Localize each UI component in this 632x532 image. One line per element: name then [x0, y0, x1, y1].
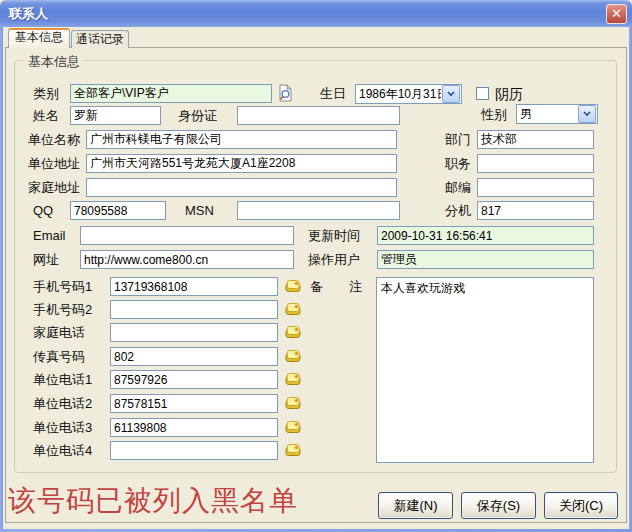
- window-border-left: [0, 27, 3, 529]
- email-label: Email: [33, 226, 66, 245]
- close-icon[interactable]: ✕: [606, 4, 627, 24]
- mobile2-label: 手机号码2: [33, 300, 92, 319]
- mobile1-label: 手机号码1: [33, 277, 92, 296]
- contact-dialog: 联系人 ✕ 基本信息 通话记录 基本信息 类别 生日 1986年10月31日 阴…: [0, 0, 632, 532]
- browse-category-icon[interactable]: [277, 84, 294, 102]
- birthday-value: 1986年10月31日: [356, 86, 441, 103]
- home-address-label: 家庭地址: [28, 178, 80, 197]
- category-label: 类别: [33, 84, 59, 103]
- name-label: 姓名: [33, 106, 59, 125]
- category-field[interactable]: [70, 84, 272, 103]
- dial-icon[interactable]: [285, 420, 302, 434]
- update-time-field: [377, 226, 594, 245]
- name-field[interactable]: [70, 106, 161, 125]
- position-field[interactable]: [477, 154, 594, 173]
- dial-icon[interactable]: [285, 302, 302, 316]
- extension-field[interactable]: [477, 201, 594, 220]
- work-phone3-label: 单位电话3: [33, 418, 92, 437]
- birthday-label: 生日: [320, 84, 346, 103]
- fax-label: 传真号码: [33, 347, 85, 366]
- dial-icon[interactable]: [285, 396, 302, 410]
- operator-field: [377, 250, 594, 269]
- operator-label: 操作用户: [308, 250, 360, 269]
- position-label: 职务: [445, 154, 471, 173]
- gender-select[interactable]: 男: [516, 104, 598, 124]
- remark-textarea[interactable]: 本人喜欢玩游戏: [376, 277, 594, 463]
- extension-label: 分机: [445, 201, 471, 220]
- company-field[interactable]: [86, 130, 397, 149]
- qq-field[interactable]: [70, 201, 166, 220]
- work-phone4-label: 单位电话4: [33, 441, 92, 460]
- blacklist-warning-text: 该号码已被列入黑名单: [8, 482, 298, 520]
- work-phone2-label: 单位电话2: [33, 394, 92, 413]
- groupbox-title: 基本信息: [24, 53, 84, 71]
- company-address-field[interactable]: [86, 154, 397, 173]
- department-label: 部门: [445, 130, 471, 149]
- email-field[interactable]: [80, 226, 294, 245]
- close-button[interactable]: 关闭(C): [544, 492, 618, 519]
- work-phone3-field[interactable]: [110, 418, 278, 437]
- tab-call-log[interactable]: 通话记录: [71, 30, 129, 48]
- dial-icon[interactable]: [285, 325, 302, 339]
- chevron-down-icon[interactable]: [442, 85, 460, 103]
- dial-icon[interactable]: [285, 372, 302, 386]
- idcard-label: 身份证: [178, 106, 217, 125]
- title-bar: 联系人: [0, 0, 632, 27]
- msn-field[interactable]: [237, 201, 400, 220]
- save-button[interactable]: 保存(S): [461, 492, 536, 519]
- company-address-label: 单位地址: [28, 154, 80, 173]
- work-phone1-label: 单位电话1: [33, 370, 92, 389]
- fax-field[interactable]: [110, 347, 278, 366]
- mobile2-field[interactable]: [110, 300, 278, 319]
- window-title: 联系人: [0, 0, 632, 23]
- postcode-field[interactable]: [477, 178, 594, 197]
- update-time-label: 更新时间: [308, 226, 360, 245]
- mobile1-field[interactable]: [110, 277, 278, 296]
- chevron-down-icon[interactable]: [578, 105, 596, 123]
- qq-label: QQ: [33, 201, 53, 220]
- work-phone2-field[interactable]: [110, 394, 278, 413]
- lunar-checkbox[interactable]: [476, 87, 489, 100]
- company-label: 单位名称: [28, 130, 80, 149]
- postcode-label: 邮编: [445, 178, 471, 197]
- home-address-field[interactable]: [86, 178, 397, 197]
- website-label: 网址: [33, 250, 59, 269]
- birthday-select[interactable]: 1986年10月31日: [355, 84, 462, 104]
- gender-value: 男: [517, 106, 577, 123]
- msn-label: MSN: [185, 201, 214, 220]
- dial-icon[interactable]: [285, 443, 302, 457]
- new-button[interactable]: 新建(N): [378, 492, 453, 519]
- tab-basic-info[interactable]: 基本信息: [8, 28, 70, 48]
- work-phone1-field[interactable]: [110, 370, 278, 389]
- gender-label: 性别: [481, 105, 507, 124]
- work-phone4-field[interactable]: [110, 441, 278, 460]
- remark-label: 备 注: [310, 277, 362, 296]
- website-field[interactable]: [80, 250, 294, 269]
- lunar-label: 阴历: [495, 85, 523, 104]
- home-phone-field[interactable]: [110, 323, 278, 342]
- home-phone-label: 家庭电话: [33, 323, 85, 342]
- idcard-field[interactable]: [237, 106, 400, 125]
- dial-icon[interactable]: [285, 279, 302, 293]
- department-field[interactable]: [477, 130, 594, 149]
- dial-icon[interactable]: [285, 349, 302, 363]
